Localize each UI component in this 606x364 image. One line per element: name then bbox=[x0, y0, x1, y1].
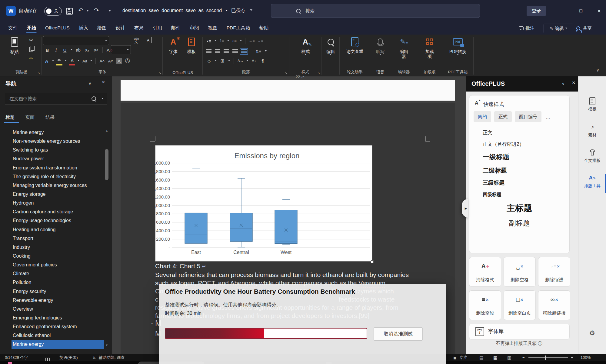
taskpane-close-icon[interactable]: × bbox=[572, 80, 575, 86]
align-right-icon[interactable] bbox=[224, 49, 229, 53]
increase-indent-icon[interactable] bbox=[257, 37, 263, 45]
save-icon[interactable] bbox=[66, 8, 73, 15]
rail-item-layout-tools[interactable]: 排版工具 bbox=[578, 174, 606, 189]
nav-heading-item[interactable]: The growing role of electricity bbox=[0, 172, 104, 181]
bullets-icon[interactable] bbox=[206, 37, 212, 45]
text-effect-style-icon[interactable] bbox=[44, 57, 50, 65]
borders-icon[interactable] bbox=[219, 57, 225, 65]
zoom-slider-thumb[interactable] bbox=[545, 356, 546, 360]
borders-dropdown-icon[interactable] bbox=[228, 60, 230, 62]
maximize-button[interactable] bbox=[574, 0, 588, 22]
asian-layout-dropdown-icon[interactable] bbox=[246, 60, 248, 62]
nav-heading-item[interactable]: Cooking bbox=[0, 252, 104, 260]
tab-邮件[interactable]: 邮件 bbox=[167, 22, 185, 34]
shading-dropdown-icon[interactable] bbox=[215, 60, 217, 62]
character-border-icon[interactable]: A bbox=[145, 37, 152, 43]
nav-heading-item[interactable]: Government policies bbox=[0, 260, 104, 269]
addins-button[interactable]: 加载项 bbox=[424, 36, 436, 59]
multilevel-dropdown-icon[interactable] bbox=[240, 40, 242, 42]
nav-heading-item[interactable]: Climate bbox=[0, 269, 104, 278]
clipboard-dialog-launcher[interactable] bbox=[38, 71, 40, 75]
nav-tab-headings[interactable]: 标题 bbox=[5, 115, 15, 120]
tool-删除空段[interactable]: 删除空段 bbox=[469, 290, 501, 320]
redo-icon[interactable]: ↷ bbox=[94, 7, 99, 13]
font-color-icon[interactable] bbox=[69, 56, 75, 65]
tab-审阅[interactable]: 审阅 bbox=[185, 22, 204, 34]
font-name-combo[interactable] bbox=[43, 36, 109, 45]
editing-mode-button[interactable]: 编辑 bbox=[544, 24, 573, 33]
style-item[interactable]: 四级标题 bbox=[469, 189, 569, 200]
numbering-dropdown-icon[interactable] bbox=[227, 40, 229, 42]
accessibility-status[interactable]: 辅助功能: 调查 bbox=[99, 354, 125, 361]
style-chip-正式[interactable]: 正式 bbox=[494, 111, 512, 122]
tab-插入[interactable]: 插入 bbox=[74, 22, 93, 34]
taskpane-footer-note[interactable]: 不再弹出排版工具箱 ⓘ bbox=[469, 341, 569, 346]
decrease-indent-icon[interactable] bbox=[249, 37, 255, 45]
nav-collapse-icon[interactable] bbox=[88, 81, 92, 86]
tab-PDF工具箱[interactable]: PDF工具箱 bbox=[222, 22, 255, 34]
justify-icon[interactable] bbox=[232, 49, 238, 53]
enclose-characters-icon[interactable] bbox=[125, 57, 131, 65]
font-color-dropdown-icon[interactable] bbox=[78, 60, 79, 62]
character-shading-icon[interactable] bbox=[116, 58, 122, 64]
tab-文件[interactable]: 文件 bbox=[4, 22, 22, 34]
tab-绘图[interactable]: 绘图 bbox=[93, 22, 111, 34]
comments-button[interactable]: 批注 bbox=[519, 24, 534, 33]
text-effect-dropdown-icon[interactable] bbox=[52, 60, 54, 62]
font-size-combo[interactable] bbox=[111, 45, 131, 54]
cut-icon[interactable] bbox=[27, 36, 35, 44]
nav-heading-item[interactable]: Overview bbox=[0, 305, 104, 313]
strikethrough-icon[interactable] bbox=[75, 46, 81, 54]
copy-icon[interactable] bbox=[29, 47, 33, 52]
style-chip-…[interactable]: … bbox=[544, 111, 551, 122]
line-spacing-dropdown-icon[interactable] bbox=[265, 50, 267, 52]
autosave-toggle[interactable]: 关 bbox=[44, 7, 62, 16]
tab-视图[interactable]: 视图 bbox=[204, 22, 222, 34]
quick-access-dropdown-icon[interactable] bbox=[108, 10, 111, 13]
style-item[interactable]: 三级标题 bbox=[469, 177, 569, 189]
style-item[interactable]: 正文（首行缩进2） bbox=[469, 139, 569, 150]
tool-删除空格[interactable]: 删除空格 bbox=[504, 257, 536, 287]
nav-heading-item[interactable]: Switching to gas bbox=[0, 145, 104, 154]
rail-item-templates[interactable]: 模板 bbox=[578, 97, 606, 112]
nav-heading-item[interactable]: Energy storage bbox=[0, 190, 104, 199]
nav-scroll-up-icon[interactable]: ▲ bbox=[105, 129, 108, 132]
change-case-icon[interactable] bbox=[82, 57, 88, 65]
sign-in-button[interactable]: 登录 bbox=[527, 6, 546, 16]
read-mode-icon[interactable]: ▤ bbox=[479, 354, 483, 361]
zoom-slider-track[interactable] bbox=[528, 357, 568, 358]
style-chip-醒目编号[interactable]: 醒目编号 bbox=[515, 111, 541, 122]
zoom-in-icon[interactable]: + bbox=[571, 354, 573, 361]
underline-dropdown-icon[interactable] bbox=[71, 49, 72, 51]
nav-scrollbar-thumb[interactable] bbox=[105, 149, 108, 180]
editor-button[interactable]: 编辑器 bbox=[398, 36, 410, 59]
multilevel-list-icon[interactable] bbox=[231, 37, 238, 45]
taskpane-collapse-icon[interactable] bbox=[562, 81, 565, 86]
chart-caption-line[interactable]: Chart 4: Chart 5↵ bbox=[155, 262, 206, 271]
nav-heading-item[interactable]: Pollution bbox=[0, 278, 104, 287]
align-left-icon[interactable] bbox=[206, 49, 211, 53]
nav-heading-item[interactable]: Carbon capture and storage bbox=[0, 207, 104, 216]
tab-OfficePLUS[interactable]: OfficePLUS bbox=[41, 22, 74, 34]
pdf-convert-button[interactable]: PDF PDF转换 bbox=[446, 36, 470, 56]
taskpane-collapse-handle[interactable] bbox=[462, 199, 468, 218]
tab-帮助[interactable]: 帮助 bbox=[255, 22, 273, 34]
paper-check-button[interactable]: 论文查重 bbox=[343, 36, 367, 54]
chart-resize-handle[interactable] bbox=[371, 260, 374, 263]
nav-heading-item[interactable]: Marine energy bbox=[0, 128, 104, 137]
nav-heading-item[interactable]: Managing variable energy sources bbox=[0, 181, 104, 190]
format-painter-icon[interactable] bbox=[27, 55, 35, 62]
word-app-icon[interactable]: W bbox=[6, 6, 16, 16]
style-item[interactable]: 副标题 bbox=[469, 216, 569, 230]
change-case-dropdown-icon[interactable] bbox=[90, 60, 92, 62]
rail-item-assets[interactable]: 素材 bbox=[578, 123, 606, 138]
nav-heading-item[interactable]: Nuclear power bbox=[0, 154, 104, 163]
distributed-icon[interactable] bbox=[241, 49, 247, 53]
nav-heading-item[interactable]: Enhanced geothermal system bbox=[0, 322, 104, 331]
style-item[interactable]: 正文 bbox=[469, 127, 569, 139]
tab-引用[interactable]: 引用 bbox=[148, 22, 167, 34]
language-status[interactable]: 英语(美国) bbox=[59, 354, 78, 361]
close-button[interactable] bbox=[592, 0, 606, 22]
subscript-icon[interactable] bbox=[84, 46, 90, 54]
nav-scroll-down-icon[interactable]: ▼ bbox=[105, 344, 108, 347]
